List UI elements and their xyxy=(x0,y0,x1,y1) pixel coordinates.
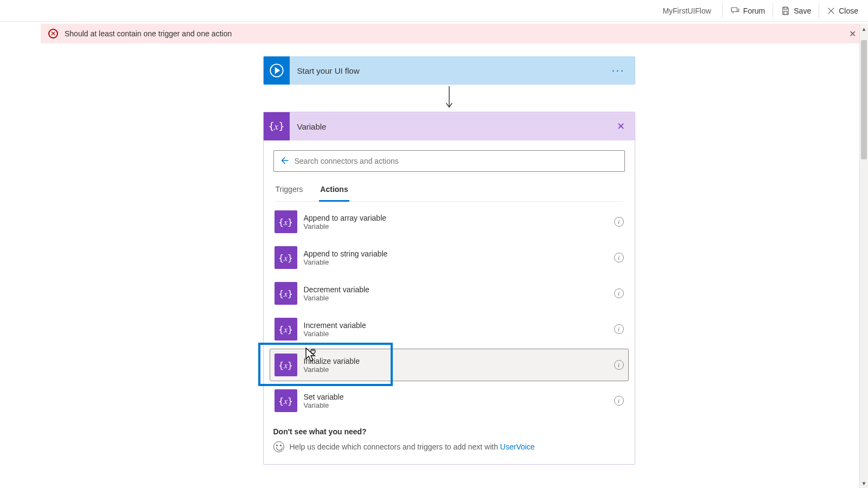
error-icon: ✕ xyxy=(48,29,58,38)
info-icon[interactable]: i xyxy=(614,217,624,227)
close-label: Close xyxy=(839,7,858,15)
smile-icon xyxy=(273,441,284,452)
footer-question: Don't see what you need? xyxy=(273,427,625,436)
vertical-scrollbar[interactable]: ▲ ▼ xyxy=(859,24,868,488)
variable-card-header[interactable]: {𝑥} Variable ✕ xyxy=(264,112,635,140)
close-button[interactable]: Close xyxy=(820,3,865,18)
svg-rect-0 xyxy=(731,8,737,12)
divider xyxy=(722,3,723,18)
save-icon xyxy=(781,6,790,16)
action-title: Set variable xyxy=(304,393,344,401)
action-append-string[interactable]: {𝑥} Append to string variable Variable i xyxy=(273,245,625,270)
more-menu[interactable]: ··· xyxy=(602,63,634,78)
forum-icon xyxy=(730,6,740,16)
action-set[interactable]: {𝑥} Set variable Variable i xyxy=(273,388,625,413)
alert-dismiss[interactable]: ✕ xyxy=(849,29,856,39)
scroll-down-arrow[interactable]: ▼ xyxy=(860,478,868,488)
action-subtitle: Variable xyxy=(304,294,369,302)
connector-arrow xyxy=(263,85,635,112)
variable-icon: {𝑥} xyxy=(264,112,290,140)
variable-card-close[interactable]: ✕ xyxy=(607,120,635,132)
scroll-thumb[interactable] xyxy=(861,40,867,159)
action-initialize[interactable]: {𝑥} Initialize variable Variable i xyxy=(270,349,628,381)
forum-label: Forum xyxy=(743,7,765,15)
top-toolbar: MyFirstUIFlow Forum Save Close xyxy=(0,0,868,22)
alert-banner: ✕ Should at least contain one trigger an… xyxy=(41,24,864,43)
action-subtitle: Variable xyxy=(304,222,387,230)
uservoice-link[interactable]: UserVoice xyxy=(500,442,535,451)
action-title: Append to array variable xyxy=(304,214,387,222)
action-increment[interactable]: {𝑥} Increment variable Variable i xyxy=(273,317,625,342)
flow-name: MyFirstUIFlow xyxy=(656,7,717,15)
search-box[interactable] xyxy=(273,150,625,172)
action-title: Decrement variable xyxy=(304,285,369,294)
svg-rect-1 xyxy=(784,7,787,9)
info-icon[interactable]: i xyxy=(614,288,624,298)
variable-icon: {𝑥} xyxy=(275,318,297,341)
action-subtitle: Variable xyxy=(304,401,344,409)
action-title: Append to string variable xyxy=(304,249,388,258)
back-icon[interactable] xyxy=(279,156,289,167)
scroll-up-arrow[interactable]: ▲ xyxy=(860,24,868,34)
save-button[interactable]: Save xyxy=(774,3,818,19)
action-title: Initialize variable xyxy=(304,357,360,365)
info-icon[interactable]: i xyxy=(614,324,624,334)
action-subtitle: Variable xyxy=(304,365,360,374)
variable-card-title: Variable xyxy=(290,122,327,131)
svg-rect-2 xyxy=(784,11,787,14)
actions-list: {𝑥} Append to array variable Variable i … xyxy=(273,209,625,413)
variable-card: {𝑥} Variable ✕ Triggers Actions xyxy=(263,112,635,465)
divider xyxy=(773,3,773,18)
variable-icon: {𝑥} xyxy=(275,389,297,412)
start-step[interactable]: Start your UI flow ··· xyxy=(263,56,635,85)
tab-triggers[interactable]: Triggers xyxy=(275,182,304,201)
alert-text: Should at least contain one trigger and … xyxy=(65,29,232,38)
footer-help-text: Help us decide which connectors and trig… xyxy=(290,442,500,451)
variable-icon: {𝑥} xyxy=(275,282,297,305)
info-icon[interactable]: i xyxy=(614,253,624,262)
info-icon[interactable]: i xyxy=(614,360,624,370)
variable-icon: {𝑥} xyxy=(275,354,297,376)
variable-icon: {𝑥} xyxy=(275,210,297,233)
info-icon[interactable]: i xyxy=(614,396,624,406)
close-icon xyxy=(827,7,835,15)
footer-help: Help us decide which connectors and trig… xyxy=(273,441,625,452)
action-append-array[interactable]: {𝑥} Append to array variable Variable i xyxy=(273,209,625,234)
divider xyxy=(819,3,819,18)
action-title: Increment variable xyxy=(304,321,366,330)
action-subtitle: Variable xyxy=(304,258,388,266)
start-step-label: Start your UI flow xyxy=(290,66,360,75)
action-subtitle: Variable xyxy=(304,330,366,338)
save-label: Save xyxy=(794,7,811,15)
tab-actions[interactable]: Actions xyxy=(319,182,349,202)
forum-button[interactable]: Forum xyxy=(724,3,771,19)
play-icon xyxy=(264,56,290,85)
action-decrement[interactable]: {𝑥} Decrement variable Variable i xyxy=(273,281,625,306)
variable-icon: {𝑥} xyxy=(275,246,297,269)
tabs: Triggers Actions xyxy=(275,182,624,202)
search-input[interactable] xyxy=(295,157,619,165)
flow-canvas: Start your UI flow ··· {𝑥} Variable ✕ xyxy=(41,49,857,488)
